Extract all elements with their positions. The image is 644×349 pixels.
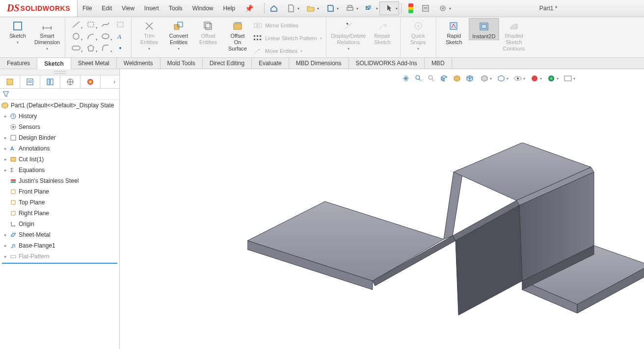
- shaded-contours-button[interactable]: Shaded Sketch Contours: [499, 18, 529, 52]
- tree-history[interactable]: ▸History: [0, 111, 119, 122]
- menu-edit[interactable]: Edit: [97, 5, 117, 12]
- undo-button[interactable]: ▾: [360, 1, 379, 15]
- menu-file[interactable]: File: [78, 5, 97, 12]
- tree-annotations[interactable]: ▸AAnnotations: [0, 143, 119, 154]
- svg-rect-0: [347, 7, 353, 10]
- zoom-to-fit-button[interactable]: [401, 73, 411, 84]
- section-view-button[interactable]: [439, 73, 450, 84]
- rebuild-button[interactable]: [403, 1, 418, 15]
- tree-design-binder[interactable]: ▸Design Binder: [0, 132, 119, 143]
- repair-sketch-button[interactable]: Repair Sketch: [368, 18, 397, 46]
- save-button[interactable]: ▾: [321, 1, 340, 15]
- smart-dimension-button[interactable]: Smart Dimension ▾: [32, 18, 62, 52]
- settings-form-button[interactable]: [418, 1, 433, 15]
- view-settings-button[interactable]: ▾: [544, 73, 559, 84]
- tree-front-plane[interactable]: Front Plane: [0, 186, 119, 197]
- offset-on-surface-button[interactable]: Offset On Surface: [223, 18, 252, 52]
- tab-mold-tools[interactable]: Mold Tools: [161, 58, 203, 69]
- edit-appearance-button[interactable]: ▾: [510, 73, 525, 84]
- circle-tool[interactable]: ▾: [69, 31, 83, 42]
- tab-weldments[interactable]: Weldments: [117, 58, 161, 69]
- select-button[interactable]: ▾: [379, 1, 399, 15]
- sketch-button[interactable]: Sketch ▾: [3, 18, 32, 46]
- tree-origin[interactable]: Origin: [0, 219, 119, 229]
- manager-more[interactable]: ›: [101, 75, 119, 88]
- instant2d-button[interactable]: Instant2D: [469, 18, 499, 40]
- tree-base-flange[interactable]: ▸Base-Flange1: [0, 240, 119, 251]
- tree-material[interactable]: Justin's Stainless Steel: [0, 175, 119, 186]
- svg-point-28: [417, 25, 419, 27]
- viewport-layout-button[interactable]: ▾: [561, 73, 575, 84]
- point-tool[interactable]: [113, 43, 127, 53]
- tree-sensors[interactable]: Sensors: [0, 122, 119, 132]
- options-button[interactable]: ▾: [433, 1, 453, 15]
- tree-filter[interactable]: [0, 89, 119, 100]
- trim-entities-button[interactable]: Trim Entities▾: [134, 18, 164, 52]
- zoom-to-area-button[interactable]: [413, 73, 424, 84]
- rapid-sketch-button[interactable]: Rapid Sketch: [439, 18, 469, 46]
- graphics-viewport[interactable]: ▾ ▾ ▾ ▾ ▾ ▾: [120, 69, 644, 349]
- ellipse-tool[interactable]: ▾: [99, 31, 112, 42]
- tab-sheet-metal[interactable]: Sheet Metal: [71, 58, 117, 69]
- slot-tool[interactable]: ▾: [69, 43, 83, 53]
- tree-cut-list[interactable]: ▸Cut list(1): [0, 154, 119, 165]
- tree-top-plane[interactable]: Top Plane: [0, 197, 119, 208]
- new-document-button[interactable]: ▾: [281, 1, 301, 15]
- move-entities-button[interactable]: Move Entities▾: [253, 46, 322, 56]
- dynamic-annotation-button[interactable]: [452, 73, 462, 84]
- property-manager-tab[interactable]: [20, 75, 40, 88]
- previous-view-button[interactable]: [426, 73, 437, 84]
- tab-features[interactable]: Features: [0, 58, 37, 69]
- menu-view[interactable]: View: [117, 5, 139, 12]
- tree-right-plane[interactable]: Right Plane: [0, 208, 119, 219]
- tree-annot-label: Annotations: [19, 145, 50, 152]
- fillet-tool[interactable]: ▾: [99, 43, 112, 53]
- app-name: SOLIDWORKS: [21, 4, 70, 12]
- mirror-entities-button[interactable]: Mirror Entities: [253, 20, 322, 31]
- quick-snaps-button[interactable]: Quick Snaps▾: [403, 18, 433, 52]
- panel-grip[interactable]: [0, 69, 119, 75]
- corner-rect-tool[interactable]: ▾: [84, 19, 98, 30]
- convert-entities-button[interactable]: Convert Entities▾: [164, 18, 193, 52]
- view-orientation-button[interactable]: [464, 73, 475, 84]
- tree-root[interactable]: Part1 (Default<<Default>_Display State: [0, 100, 119, 111]
- spline-tool[interactable]: [99, 19, 112, 30]
- tree-equations[interactable]: ▸ΣEquations: [0, 165, 119, 175]
- configuration-manager-tab[interactable]: [40, 75, 60, 88]
- tree-rollback-bar[interactable]: [2, 263, 117, 264]
- tab-sketch[interactable]: Sketch: [37, 58, 71, 69]
- command-tabs: Features Sketch Sheet Metal Weldments Mo…: [0, 58, 644, 69]
- offset-entities-button[interactable]: Offset Entities: [193, 18, 223, 46]
- line-tool[interactable]: ▾: [69, 19, 83, 30]
- svg-point-15: [119, 47, 121, 49]
- dimxpert-manager-tab[interactable]: [60, 75, 80, 88]
- display-delete-relations-button[interactable]: Display/Delete Relations▾: [329, 18, 368, 52]
- linear-pattern-button[interactable]: Linear Sketch Pattern▾: [253, 33, 322, 44]
- menu-window[interactable]: Window: [188, 5, 218, 12]
- tree-flat-pattern[interactable]: ▸Flat-Pattern: [0, 251, 119, 262]
- open-document-button[interactable]: ▾: [301, 1, 321, 15]
- display-manager-tab[interactable]: [80, 75, 101, 88]
- dotted-rect-tool[interactable]: [113, 19, 127, 30]
- tab-addins[interactable]: SOLIDWORKS Add-Ins: [349, 58, 425, 69]
- tab-mbd[interactable]: MBD: [425, 58, 452, 69]
- menu-insert[interactable]: Insert: [139, 5, 164, 12]
- home-button[interactable]: [267, 1, 281, 15]
- menu-help[interactable]: Help: [218, 5, 241, 12]
- apply-scene-button[interactable]: ▾: [527, 73, 542, 84]
- pin-icon[interactable]: 📌: [240, 4, 258, 12]
- text-tool[interactable]: A: [113, 31, 127, 42]
- polygon-tool[interactable]: ▾: [84, 43, 98, 53]
- tab-direct-editing[interactable]: Direct Editing: [203, 58, 252, 69]
- tree-sheet-metal[interactable]: ▸Sheet-Metal: [0, 229, 119, 240]
- print-button[interactable]: ▾: [340, 1, 360, 15]
- shaded-label: Shaded Sketch Contours: [503, 33, 525, 52]
- display-style-button[interactable]: ▾: [477, 73, 492, 84]
- hide-show-button[interactable]: ▾: [494, 73, 509, 84]
- arc-tool[interactable]: ▾: [84, 31, 98, 42]
- pattern-flyouts: Mirror Entities Linear Sketch Pattern▾ M…: [252, 18, 323, 58]
- menu-tools[interactable]: Tools: [164, 5, 188, 12]
- tab-evaluate[interactable]: Evaluate: [252, 58, 289, 69]
- tab-mbd-dimensions[interactable]: MBD Dimensions: [289, 58, 349, 69]
- feature-manager-tab[interactable]: [0, 75, 20, 88]
